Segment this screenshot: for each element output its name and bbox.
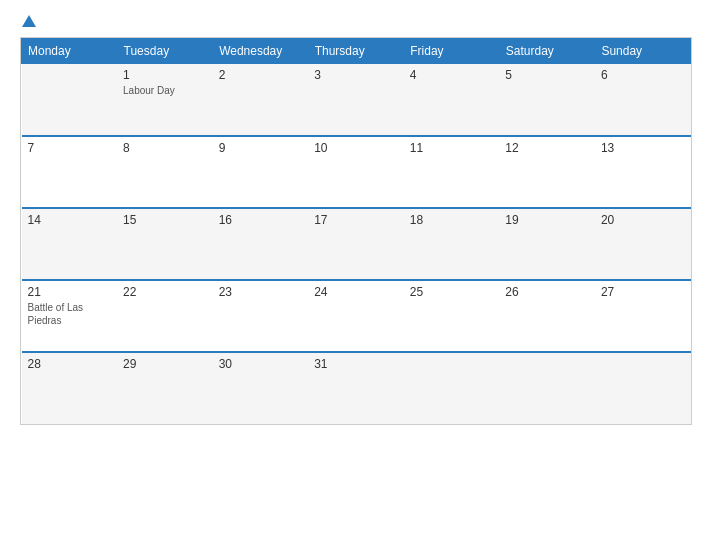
weekday-header-thursday: Thursday xyxy=(308,39,404,64)
weekday-header-sunday: Sunday xyxy=(595,39,691,64)
calendar-cell: 2 xyxy=(213,64,309,136)
day-number: 10 xyxy=(314,141,398,155)
calendar-cell: 18 xyxy=(404,208,500,280)
day-number: 1 xyxy=(123,68,207,82)
calendar-cell: 23 xyxy=(213,280,309,352)
day-number: 30 xyxy=(219,357,303,371)
calendar-week-row: 78910111213 xyxy=(22,136,691,208)
calendar-cell: 11 xyxy=(404,136,500,208)
day-number: 13 xyxy=(601,141,685,155)
calendar-cell: 19 xyxy=(499,208,595,280)
calendar-week-row: 28293031 xyxy=(22,352,691,424)
calendar-cell: 28 xyxy=(22,352,118,424)
weekday-header-monday: Monday xyxy=(22,39,118,64)
calendar-cell: 1Labour Day xyxy=(117,64,213,136)
day-event: Battle of Las Piedras xyxy=(28,301,112,327)
calendar-table: MondayTuesdayWednesdayThursdayFridaySatu… xyxy=(21,38,691,424)
calendar-cell: 6 xyxy=(595,64,691,136)
calendar-cell: 31 xyxy=(308,352,404,424)
day-number: 2 xyxy=(219,68,303,82)
day-number: 24 xyxy=(314,285,398,299)
calendar-cell: 22 xyxy=(117,280,213,352)
day-number: 31 xyxy=(314,357,398,371)
day-number: 11 xyxy=(410,141,494,155)
calendar-cell: 10 xyxy=(308,136,404,208)
day-number: 29 xyxy=(123,357,207,371)
day-number: 26 xyxy=(505,285,589,299)
calendar-cell: 25 xyxy=(404,280,500,352)
day-number: 5 xyxy=(505,68,589,82)
day-number: 3 xyxy=(314,68,398,82)
day-number: 25 xyxy=(410,285,494,299)
calendar-container: MondayTuesdayWednesdayThursdayFridaySatu… xyxy=(20,37,692,425)
weekday-header-wednesday: Wednesday xyxy=(213,39,309,64)
day-number: 4 xyxy=(410,68,494,82)
page: MondayTuesdayWednesdayThursdayFridaySatu… xyxy=(0,0,712,550)
calendar-cell xyxy=(404,352,500,424)
weekday-header-friday: Friday xyxy=(404,39,500,64)
day-number: 21 xyxy=(28,285,112,299)
calendar-week-row: 21Battle of Las Piedras222324252627 xyxy=(22,280,691,352)
day-number: 14 xyxy=(28,213,112,227)
calendar-cell xyxy=(499,352,595,424)
calendar-cell: 20 xyxy=(595,208,691,280)
weekday-header-saturday: Saturday xyxy=(499,39,595,64)
day-number: 12 xyxy=(505,141,589,155)
day-number: 22 xyxy=(123,285,207,299)
weekday-header-row: MondayTuesdayWednesdayThursdayFridaySatu… xyxy=(22,39,691,64)
calendar-cell: 4 xyxy=(404,64,500,136)
calendar-cell: 21Battle of Las Piedras xyxy=(22,280,118,352)
calendar-cell xyxy=(22,64,118,136)
day-number: 16 xyxy=(219,213,303,227)
day-number: 7 xyxy=(28,141,112,155)
day-number: 18 xyxy=(410,213,494,227)
calendar-cell: 12 xyxy=(499,136,595,208)
day-number: 8 xyxy=(123,141,207,155)
header xyxy=(20,15,692,27)
logo xyxy=(20,15,38,27)
weekday-header-tuesday: Tuesday xyxy=(117,39,213,64)
calendar-week-row: 14151617181920 xyxy=(22,208,691,280)
calendar-cell: 27 xyxy=(595,280,691,352)
day-number: 17 xyxy=(314,213,398,227)
day-number: 28 xyxy=(28,357,112,371)
day-number: 15 xyxy=(123,213,207,227)
day-number: 20 xyxy=(601,213,685,227)
calendar-cell: 7 xyxy=(22,136,118,208)
calendar-cell xyxy=(595,352,691,424)
calendar-cell: 9 xyxy=(213,136,309,208)
day-number: 27 xyxy=(601,285,685,299)
calendar-cell: 3 xyxy=(308,64,404,136)
calendar-cell: 8 xyxy=(117,136,213,208)
calendar-week-row: 1Labour Day23456 xyxy=(22,64,691,136)
day-number: 6 xyxy=(601,68,685,82)
calendar-cell: 15 xyxy=(117,208,213,280)
calendar-cell: 30 xyxy=(213,352,309,424)
calendar-cell: 17 xyxy=(308,208,404,280)
day-event: Labour Day xyxy=(123,84,207,97)
calendar-cell: 5 xyxy=(499,64,595,136)
logo-triangle-icon xyxy=(22,15,36,27)
day-number: 23 xyxy=(219,285,303,299)
calendar-cell: 29 xyxy=(117,352,213,424)
day-number: 19 xyxy=(505,213,589,227)
calendar-cell: 16 xyxy=(213,208,309,280)
calendar-cell: 14 xyxy=(22,208,118,280)
calendar-cell: 26 xyxy=(499,280,595,352)
day-number: 9 xyxy=(219,141,303,155)
calendar-cell: 24 xyxy=(308,280,404,352)
calendar-cell: 13 xyxy=(595,136,691,208)
